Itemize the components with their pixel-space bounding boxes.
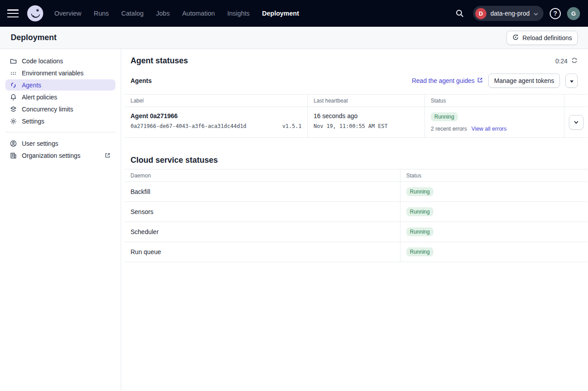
agent-icon — [10, 82, 17, 89]
column-header-actions — [564, 94, 588, 107]
nav-item-jobs[interactable]: Jobs — [156, 10, 170, 17]
main-content: Agent statuses 0:24 Agents Read the agen… — [121, 49, 588, 391]
daemon-status-cell: Running — [400, 242, 588, 262]
user-avatar[interactable]: G — [567, 7, 580, 20]
agent-label-cell: Agent 0a271966 0a271966-de67-4043-a3f6-a… — [125, 107, 308, 138]
agent-status-badge: Running — [431, 112, 458, 121]
nav-item-catalog[interactable]: Catalog — [121, 10, 143, 17]
sidebar-item-agents[interactable]: Agents — [5, 79, 115, 91]
sidebar-item-organization-settings[interactable]: Organization settings — [5, 150, 115, 161]
daemon-status-cell: Running — [400, 222, 588, 242]
agent-expand-button[interactable] — [569, 115, 584, 130]
external-link-icon — [477, 77, 483, 84]
agent-status-cell: Running 2 recent errors View all errors — [425, 107, 564, 138]
nav-item-deployment[interactable]: Deployment — [262, 10, 299, 17]
nav-item-insights[interactable]: Insights — [227, 10, 249, 17]
deployment-badge: D — [475, 8, 486, 19]
dagster-logo-icon[interactable] — [27, 5, 44, 22]
search-icon[interactable] — [453, 6, 467, 21]
page-title: Deployment — [11, 33, 57, 42]
refresh-icon[interactable] — [571, 57, 578, 65]
chevron-down-icon — [534, 10, 538, 17]
nav-item-automation[interactable]: Automation — [182, 10, 215, 17]
column-header-daemon: Daemon — [125, 169, 400, 182]
agents-table: Label Last heartbeat Status Agent 0a2719… — [125, 94, 588, 138]
variables-icon — [10, 70, 17, 77]
deployment-sidebar: Code locations Environment variables — [0, 49, 121, 391]
sidebar-divider — [5, 132, 115, 132]
daemon-status-cell: Running — [400, 182, 588, 202]
agents-more-actions-button[interactable] — [565, 74, 578, 88]
bell-icon — [10, 94, 17, 101]
daemon-status-badge: Running — [406, 187, 433, 196]
daemon-name: Backfill — [125, 182, 400, 202]
reload-icon — [512, 34, 519, 42]
agent-guides-link[interactable]: Read the agent guides — [412, 77, 483, 84]
refresh-countdown: 0:24 — [555, 57, 578, 65]
menu-icon[interactable] — [7, 9, 19, 17]
heartbeat-timestamp: Nov 19, 11:00:55 AM EST — [314, 123, 419, 129]
daemon-status-badge: Running — [406, 247, 433, 256]
help-icon[interactable]: ? — [550, 8, 561, 19]
daemon-status-badge: Running — [406, 227, 433, 236]
agent-name: Agent 0a271966 — [131, 112, 302, 119]
daemon-name: Run queue — [125, 242, 400, 262]
cloud-services-table: Daemon Status Backfill Running Sensors R… — [125, 169, 588, 262]
daemon-name: Sensors — [125, 202, 400, 222]
column-header-daemon-status: Status — [400, 169, 588, 182]
user-icon — [10, 140, 17, 147]
deployment-name: data-eng-prod — [490, 10, 530, 17]
sidebar-item-alert-policies[interactable]: Alert policies — [5, 91, 115, 103]
countdown-value: 0:24 — [555, 58, 568, 65]
reload-definitions-button[interactable]: Reload definitions — [506, 31, 578, 45]
column-header-label: Label — [125, 94, 308, 107]
organization-icon — [10, 152, 17, 159]
deployment-switcher[interactable]: D data-eng-prod — [473, 6, 543, 21]
external-link-icon — [104, 152, 111, 159]
sidebar-item-code-locations[interactable]: Code locations — [5, 55, 115, 66]
top-navigation-bar: Overview Runs Catalog Jobs Automation In… — [0, 0, 588, 27]
sidebar-item-concurrency-limits[interactable]: Concurrency limits — [5, 103, 115, 115]
heartbeat-relative: 16 seconds ago — [314, 112, 419, 119]
sidebar-item-environment-variables[interactable]: Environment variables — [5, 67, 115, 78]
caret-down-icon — [570, 77, 574, 84]
layers-icon — [10, 106, 17, 113]
manage-agent-tokens-button[interactable]: Manage agent tokens — [488, 74, 560, 88]
agent-actions-cell — [564, 107, 588, 138]
cloud-service-statuses-title: Cloud service statuses — [131, 156, 578, 165]
daemon-status-badge: Running — [406, 207, 433, 216]
agent-statuses-title: Agent statuses — [131, 56, 188, 66]
daemon-name: Scheduler — [125, 222, 400, 242]
view-all-errors-link[interactable]: View all errors — [471, 126, 506, 132]
agent-version: v1.5.1 — [282, 123, 302, 129]
agent-heartbeat-cell: 16 seconds ago Nov 19, 11:00:55 AM EST — [308, 107, 425, 138]
recent-errors-count: 2 recent errors — [431, 126, 467, 132]
nav-item-runs[interactable]: Runs — [94, 10, 109, 17]
column-header-heartbeat: Last heartbeat — [308, 94, 425, 107]
folder-icon — [10, 58, 17, 65]
agent-id: 0a271966-de67-4043-a3f6-aca31dc44d1d — [131, 123, 246, 129]
nav-item-overview[interactable]: Overview — [54, 10, 81, 17]
gear-icon — [10, 118, 17, 125]
agents-section-label: Agents — [131, 77, 151, 84]
sidebar-item-user-settings[interactable]: User settings — [5, 138, 115, 149]
sidebar-item-settings[interactable]: Settings — [5, 115, 115, 127]
page-header: Deployment Reload definitions — [0, 27, 588, 49]
primary-nav: Overview Runs Catalog Jobs Automation In… — [54, 10, 299, 17]
column-header-status: Status — [425, 94, 564, 107]
daemon-status-cell: Running — [400, 202, 588, 222]
